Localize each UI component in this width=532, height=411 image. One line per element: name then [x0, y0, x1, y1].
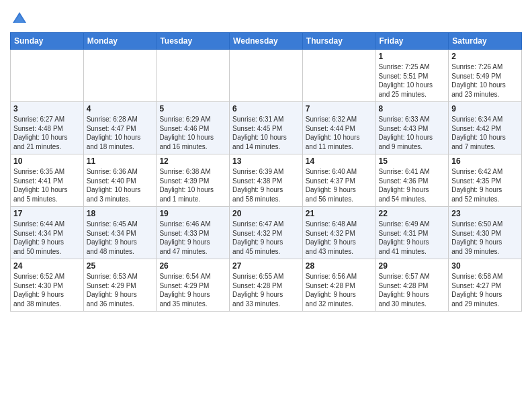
weekday-header-tuesday: Tuesday [157, 33, 230, 50]
calendar-cell: 25Sunrise: 6:53 AM Sunset: 4:29 PM Dayli… [83, 259, 157, 312]
day-info: Sunrise: 6:45 AM Sunset: 4:34 PM Dayligh… [87, 220, 154, 256]
day-number: 16 [451, 156, 519, 166]
day-number: 20 [232, 209, 300, 218]
day-info: Sunrise: 6:36 AM Sunset: 4:40 PM Dayligh… [87, 167, 154, 203]
calendar-cell: 16Sunrise: 6:42 AM Sunset: 4:35 PM Dayli… [449, 154, 522, 207]
day-info: Sunrise: 6:46 AM Sunset: 4:33 PM Dayligh… [159, 220, 226, 256]
calendar-cell [157, 50, 230, 102]
day-info: Sunrise: 7:26 AM Sunset: 5:49 PM Dayligh… [451, 62, 519, 99]
day-info: Sunrise: 6:28 AM Sunset: 4:47 PM Dayligh… [87, 115, 154, 151]
day-info: Sunrise: 6:49 AM Sunset: 4:31 PM Dayligh… [379, 220, 446, 256]
calendar-week-row-2: 10Sunrise: 6:35 AM Sunset: 4:41 PM Dayli… [11, 154, 522, 207]
day-info: Sunrise: 6:40 AM Sunset: 4:37 PM Dayligh… [306, 167, 373, 203]
calendar-cell: 8Sunrise: 6:33 AM Sunset: 4:43 PM Daylig… [375, 102, 449, 154]
calendar-cell: 28Sunrise: 6:56 AM Sunset: 4:28 PM Dayli… [302, 259, 375, 312]
day-number: 26 [159, 261, 226, 271]
day-number: 28 [306, 261, 373, 271]
calendar-cell: 6Sunrise: 6:31 AM Sunset: 4:45 PM Daylig… [230, 102, 303, 154]
calendar-cell: 15Sunrise: 6:41 AM Sunset: 4:36 PM Dayli… [375, 154, 449, 207]
calendar-cell: 21Sunrise: 6:48 AM Sunset: 4:32 PM Dayli… [302, 207, 375, 259]
day-info: Sunrise: 6:58 AM Sunset: 4:27 PM Dayligh… [451, 272, 519, 308]
day-info: Sunrise: 6:27 AM Sunset: 4:48 PM Dayligh… [13, 115, 81, 151]
day-info: Sunrise: 6:50 AM Sunset: 4:30 PM Dayligh… [451, 220, 519, 256]
day-number: 30 [451, 261, 519, 271]
day-number: 29 [379, 261, 446, 271]
calendar-cell: 29Sunrise: 6:57 AM Sunset: 4:28 PM Dayli… [375, 259, 449, 312]
calendar-cell [230, 50, 303, 102]
logo-icon [10, 9, 29, 28]
day-info: Sunrise: 6:54 AM Sunset: 4:29 PM Dayligh… [159, 272, 226, 308]
day-number: 15 [379, 156, 446, 166]
calendar-cell: 2Sunrise: 7:26 AM Sunset: 5:49 PM Daylig… [449, 50, 522, 102]
day-number: 5 [159, 104, 226, 113]
calendar-cell: 24Sunrise: 6:52 AM Sunset: 4:30 PM Dayli… [11, 259, 84, 312]
day-number: 17 [13, 209, 81, 218]
day-info: Sunrise: 6:34 AM Sunset: 4:42 PM Dayligh… [451, 115, 519, 151]
calendar-cell: 22Sunrise: 6:49 AM Sunset: 4:31 PM Dayli… [375, 207, 449, 259]
day-number: 23 [451, 209, 519, 218]
day-info: Sunrise: 6:52 AM Sunset: 4:30 PM Dayligh… [13, 272, 81, 308]
day-number: 9 [451, 104, 519, 113]
day-number: 18 [87, 209, 154, 218]
calendar-cell: 3Sunrise: 6:27 AM Sunset: 4:48 PM Daylig… [11, 102, 84, 154]
calendar-cell [11, 50, 84, 102]
weekday-header-wednesday: Wednesday [230, 33, 303, 50]
day-info: Sunrise: 6:57 AM Sunset: 4:28 PM Dayligh… [379, 272, 446, 308]
calendar-cell: 13Sunrise: 6:39 AM Sunset: 4:38 PM Dayli… [230, 154, 303, 207]
calendar-week-row-4: 24Sunrise: 6:52 AM Sunset: 4:30 PM Dayli… [11, 259, 522, 312]
calendar-cell: 1Sunrise: 7:25 AM Sunset: 5:51 PM Daylig… [375, 50, 449, 102]
day-info: Sunrise: 7:25 AM Sunset: 5:51 PM Dayligh… [379, 62, 446, 99]
day-number: 6 [232, 104, 300, 113]
calendar-cell: 5Sunrise: 6:29 AM Sunset: 4:46 PM Daylig… [157, 102, 230, 154]
day-number: 13 [232, 156, 300, 166]
calendar-cell: 30Sunrise: 6:58 AM Sunset: 4:27 PM Dayli… [449, 259, 522, 312]
day-number: 8 [379, 104, 446, 113]
weekday-header-thursday: Thursday [302, 33, 375, 50]
logo [10, 9, 31, 28]
day-number: 25 [87, 261, 154, 271]
header-area [10, 7, 522, 28]
day-info: Sunrise: 6:44 AM Sunset: 4:34 PM Dayligh… [13, 220, 81, 256]
calendar-week-row-3: 17Sunrise: 6:44 AM Sunset: 4:34 PM Dayli… [11, 207, 522, 259]
day-number: 22 [379, 209, 446, 218]
day-number: 21 [306, 209, 373, 218]
day-number: 12 [159, 156, 226, 166]
day-info: Sunrise: 6:48 AM Sunset: 4:32 PM Dayligh… [306, 220, 373, 256]
day-info: Sunrise: 6:47 AM Sunset: 4:32 PM Dayligh… [232, 220, 300, 256]
day-number: 24 [13, 261, 81, 271]
day-info: Sunrise: 6:42 AM Sunset: 4:35 PM Dayligh… [451, 167, 519, 203]
day-info: Sunrise: 6:41 AM Sunset: 4:36 PM Dayligh… [379, 167, 446, 203]
weekday-header-friday: Friday [375, 33, 449, 50]
calendar-cell: 9Sunrise: 6:34 AM Sunset: 4:42 PM Daylig… [449, 102, 522, 154]
calendar-cell [302, 50, 375, 102]
day-number: 11 [87, 156, 154, 166]
day-info: Sunrise: 6:29 AM Sunset: 4:46 PM Dayligh… [159, 115, 226, 151]
day-info: Sunrise: 6:39 AM Sunset: 4:38 PM Dayligh… [232, 167, 300, 203]
calendar-cell: 27Sunrise: 6:55 AM Sunset: 4:28 PM Dayli… [230, 259, 303, 312]
day-info: Sunrise: 6:53 AM Sunset: 4:29 PM Dayligh… [87, 272, 154, 308]
day-info: Sunrise: 6:56 AM Sunset: 4:28 PM Dayligh… [306, 272, 373, 308]
day-number: 3 [13, 104, 81, 113]
day-number: 4 [87, 104, 154, 113]
day-number: 14 [306, 156, 373, 166]
calendar-cell: 26Sunrise: 6:54 AM Sunset: 4:29 PM Dayli… [157, 259, 230, 312]
day-info: Sunrise: 6:32 AM Sunset: 4:44 PM Dayligh… [306, 115, 373, 151]
calendar-body: 1Sunrise: 7:25 AM Sunset: 5:51 PM Daylig… [11, 50, 522, 312]
calendar-cell: 20Sunrise: 6:47 AM Sunset: 4:32 PM Dayli… [230, 207, 303, 259]
weekday-header-monday: Monday [83, 33, 157, 50]
day-number: 2 [451, 52, 519, 61]
calendar-cell: 7Sunrise: 6:32 AM Sunset: 4:44 PM Daylig… [302, 102, 375, 154]
calendar-cell: 4Sunrise: 6:28 AM Sunset: 4:47 PM Daylig… [83, 102, 157, 154]
calendar-cell: 23Sunrise: 6:50 AM Sunset: 4:30 PM Dayli… [449, 207, 522, 259]
day-info: Sunrise: 6:31 AM Sunset: 4:45 PM Dayligh… [232, 115, 300, 151]
calendar-week-row-0: 1Sunrise: 7:25 AM Sunset: 5:51 PM Daylig… [11, 50, 522, 102]
calendar-cell: 10Sunrise: 6:35 AM Sunset: 4:41 PM Dayli… [11, 154, 84, 207]
day-info: Sunrise: 6:35 AM Sunset: 4:41 PM Dayligh… [13, 167, 81, 203]
day-number: 1 [379, 52, 446, 61]
calendar-header: SundayMondayTuesdayWednesdayThursdayFrid… [11, 33, 522, 50]
day-number: 27 [232, 261, 300, 271]
calendar-cell [83, 50, 157, 102]
day-number: 10 [13, 156, 81, 166]
day-info: Sunrise: 6:55 AM Sunset: 4:28 PM Dayligh… [232, 272, 300, 308]
calendar-week-row-1: 3Sunrise: 6:27 AM Sunset: 4:48 PM Daylig… [11, 102, 522, 154]
